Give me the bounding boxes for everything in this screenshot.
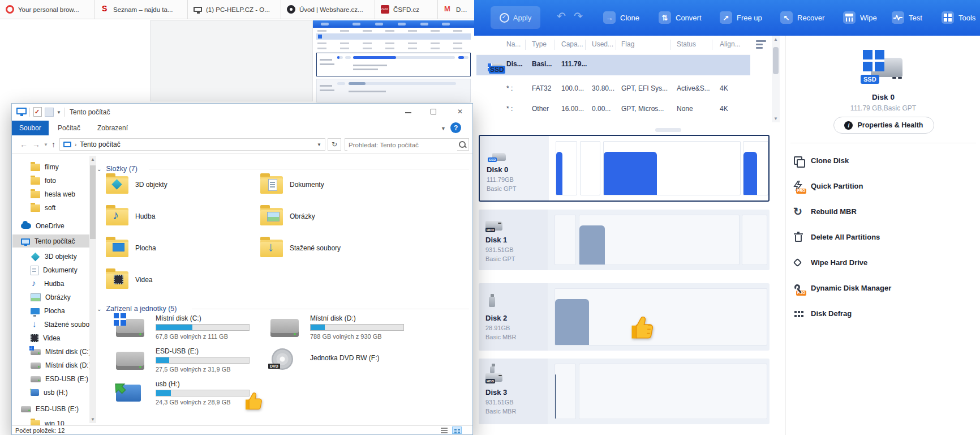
sidebar-item-stazene-soubory[interactable]: Stažené soubory — [31, 318, 95, 331]
quick-access-icon[interactable] — [45, 108, 54, 117]
browser-tab-pchelp[interactable]: (1) PC-HELP.CZ - O... — [188, 0, 281, 19]
sidebar-item-usb-h[interactable]: usb (H:) — [31, 386, 68, 399]
col-type[interactable]: Type — [532, 40, 547, 48]
partition-msr[interactable]: * :16.0...Oth... — [580, 141, 600, 195]
menu-wipe-hard-drive[interactable]: Wipe Hard Drive — [786, 254, 980, 272]
drive-tile-dvd[interactable]: DVD Jednotka DVD RW (F:) — [260, 347, 407, 376]
sidebar-item-videa[interactable]: Videa — [31, 332, 60, 344]
browser-tab-gmail[interactable]: Doručená pošta (13... — [438, 0, 474, 19]
properties-check-icon[interactable] — [33, 107, 42, 117]
folders-section-header[interactable]: ⌄Složky (7) — [97, 165, 137, 173]
sidebar-item-dokumenty[interactable]: Dokumenty — [31, 264, 78, 276]
sidebar-item-obrazky[interactable]: Obrázky — [31, 291, 71, 304]
sidebar-item-disk-d[interactable]: Místní disk (D:) — [31, 359, 91, 372]
properties-health-button[interactable]: iProperties & Health — [833, 117, 934, 134]
col-capacity[interactable]: Capa... — [561, 40, 583, 48]
close-button[interactable] — [451, 104, 470, 120]
undo-button[interactable]: ↶ — [553, 10, 569, 22]
folder-tile-videa[interactable]: Videa — [106, 267, 242, 292]
explorer-title-bar[interactable]: ▼ Tento počítač — [12, 104, 472, 121]
table-scrollbar[interactable]: ▲▼ — [772, 36, 780, 122]
chevron-down-icon[interactable]: ▼ — [57, 110, 61, 115]
disk3-row[interactable]: HDD Disk 3 931.51GB Basic MBR E : E...32… — [479, 359, 770, 424]
browser-tab-webshare[interactable]: Úvod | Webshare.cz... — [281, 0, 375, 19]
partition-e[interactable]: E : E...32.00...FAT3... — [555, 364, 576, 419]
tab-soubor[interactable]: Soubor — [12, 121, 49, 135]
chevron-down-icon[interactable]: ▼ — [317, 142, 321, 147]
help-icon[interactable]: ? — [450, 122, 461, 133]
drive-tile-e[interactable]: ESD-USB (E:) 27,5 GB volných z 31,9 GB — [106, 347, 253, 376]
partition-h[interactable]: H : usb28.91GB(84% free)NTFS,Active,Prim… — [555, 288, 767, 346]
sidebar-item-3d-objekty[interactable]: 3D objekty — [31, 250, 77, 263]
clone-button[interactable]: Clone — [600, 10, 643, 25]
partition-recovery[interactable]: * :547.00...NTFS,... — [743, 141, 768, 195]
disk1-row[interactable]: HDD Disk 1 931.51GB Basic GPT * :17.0...… — [479, 210, 770, 270]
redo-button[interactable]: ↷ — [570, 10, 586, 22]
sidebar-item-esd-usb-e2[interactable]: ESD-USB (E:) — [21, 403, 79, 415]
maximize-button[interactable] — [424, 104, 444, 120]
menu-delete-all-partitions[interactable]: Delete All Partitions — [786, 228, 980, 246]
test-button[interactable]: Test — [888, 10, 926, 25]
sidebar-item-disk-c[interactable]: Místní disk (C:) — [31, 346, 91, 358]
partition-unalloc3[interactable]: * :899.51GB(100% free)Unallocated — [579, 364, 767, 419]
tab-pocitac[interactable]: Počítač — [50, 121, 88, 135]
folder-tile-obrazky[interactable]: Obrázky — [260, 204, 396, 229]
table-row-disk0[interactable]: SSD Dis...Basi...111.79... — [476, 55, 750, 75]
drive-tile-c[interactable]: Místní disk (C:) 67,8 GB volných z 111 G… — [106, 314, 253, 343]
partition-d[interactable]: D :930.95GB(84% free)NTFS,Primary — [579, 215, 740, 265]
browser-tab-seznam[interactable]: Seznam – najdu ta... — [95, 0, 188, 19]
sidebar-item-plocha[interactable]: Plocha — [31, 305, 65, 317]
breadcrumb[interactable]: › Tento počítač ▼ — [59, 138, 325, 151]
sidebar-item-hudba[interactable]: Hudba — [31, 278, 64, 290]
menu-quick-partition[interactable]: PROQuick Partition — [786, 177, 980, 195]
sidebar-item-soft[interactable]: soft — [31, 202, 55, 214]
disk0-row[interactable]: SSD Disk 0 111.79GB Basic GPT * :100...F… — [479, 135, 770, 202]
free-up-button[interactable]: Free up — [716, 10, 766, 25]
menu-disk-defrag[interactable]: Disk Defrag — [786, 305, 980, 323]
partition-unalloc[interactable]: * :17.0...Una... — [555, 215, 576, 265]
partition-c[interactable]: C :111.14GB(61% free)NTFS,System,Primary — [603, 141, 741, 195]
sidebar-item-filmy[interactable]: filmy — [31, 161, 59, 173]
disk2-row[interactable]: Disk 2 28.91GB Basic MBR H : usb28.91GB(… — [479, 283, 770, 351]
sidebar-item-hesla-web[interactable]: hesla web — [31, 188, 75, 201]
menu-rebuild-mbr[interactable]: Rebuild MBR — [786, 203, 980, 221]
up-icon[interactable]: ↑ — [48, 139, 59, 150]
nav-scrollbar[interactable]: ▲▼ — [89, 156, 96, 423]
col-name[interactable]: Na... — [506, 40, 521, 48]
search-input[interactable] — [347, 139, 457, 151]
apply-button[interactable]: Apply — [491, 6, 540, 29]
folder-tile-hudba[interactable]: ♪Hudba — [106, 204, 242, 229]
sidebar-item-esd-usb-e[interactable]: ESD-USB (E:) — [31, 373, 88, 385]
partition-efi[interactable]: * :100...FAT... — [556, 141, 577, 195]
table-row-efi[interactable]: * :FAT32100.0...30.80...GPT, EFI Sys...A… — [476, 79, 750, 99]
menu-dynamic-disk-manager[interactable]: PRODynamic Disk Manager — [786, 279, 980, 297]
drive-tile-usb-h[interactable]: usb (H:) 24,3 GB volných z 28,9 GB — [106, 380, 253, 408]
sidebar-item-tento-pocitac[interactable]: Tento počítač — [21, 235, 75, 248]
ribbon-expand-icon[interactable]: ▼ — [437, 125, 449, 132]
col-used[interactable]: Used... — [592, 40, 613, 48]
tiles-view-icon[interactable] — [452, 427, 462, 434]
drives-section-header[interactable]: ⌄Zařízení a jednotky (5) — [97, 305, 177, 313]
partition-unalloc2[interactable]: * :556.81...Unallo... — [742, 215, 767, 265]
table-row-msr[interactable]: * :Other16.00...0.00...GPT, Micros...Non… — [476, 100, 750, 119]
convert-button[interactable]: Convert — [655, 10, 705, 25]
folder-tile-dokumenty[interactable]: Dokumenty — [260, 172, 396, 197]
details-view-icon[interactable] — [440, 427, 449, 434]
folder-tile-3d-objekty[interactable]: 3D objekty — [106, 172, 242, 197]
col-align[interactable]: Align... — [720, 40, 741, 48]
menu-clone-disk[interactable]: Clone Disk — [786, 152, 980, 170]
refresh-icon[interactable]: ↻ — [328, 138, 341, 151]
splitter-handle[interactable] — [655, 128, 681, 132]
sidebar-item-foto[interactable]: foto — [31, 174, 56, 187]
minimize-button[interactable] — [399, 104, 418, 120]
folder-tile-stazene-soubory[interactable]: ↓Stažené soubory — [260, 236, 396, 261]
wipe-button[interactable]: Wipe — [840, 10, 880, 25]
col-status[interactable]: Status — [677, 40, 696, 48]
tab-zobrazeni[interactable]: Zobrazení — [90, 121, 135, 135]
folder-tile-plocha[interactable]: Plocha — [106, 236, 242, 261]
sidebar-item-onedrive[interactable]: OneDrive — [21, 220, 65, 232]
recover-button[interactable]: Recover — [777, 10, 828, 25]
tools-button[interactable]: Tools — [938, 10, 979, 25]
col-flag[interactable]: Flag — [621, 40, 634, 48]
table-columns-icon[interactable] — [756, 40, 767, 49]
